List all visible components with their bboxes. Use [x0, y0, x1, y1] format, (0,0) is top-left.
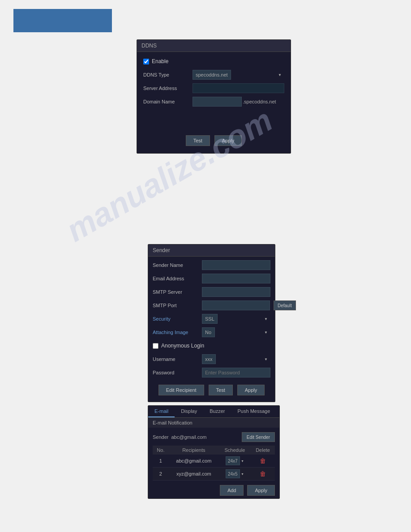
server-address-input[interactable]: [193, 83, 284, 93]
ddns-type-select[interactable]: specoddns.net: [193, 70, 231, 80]
table-header-row: No. Recipients Schedule Delete: [153, 446, 275, 455]
row1-delete-icon[interactable]: 🗑: [260, 457, 266, 464]
col-schedule: Schedule: [219, 446, 251, 455]
username-select-wrapper: xxx: [202, 354, 270, 364]
smtp-port-group: 465 Default: [202, 300, 296, 310]
recipients-table: No. Recipients Schedule Delete 1 abc@gma…: [153, 446, 275, 481]
ddns-type-label: DDNS Type: [143, 72, 193, 77]
password-row: Password: [153, 368, 270, 378]
attaching-image-row: Attaching Image No: [153, 327, 270, 337]
recipients-table-container: No. Recipients Schedule Delete 1 abc@gma…: [148, 446, 279, 481]
anonymous-login-label[interactable]: Anonymous Login: [161, 343, 204, 349]
smtp-default-button[interactable]: Default: [274, 300, 296, 310]
col-recipients: Recipients: [169, 446, 219, 455]
domain-prefix-input[interactable]: speco8D8EA8: [193, 97, 242, 107]
row2-schedule-select[interactable]: 24x5: [226, 469, 240, 478]
ddns-apply-button[interactable]: Apply: [214, 135, 242, 146]
col-delete: Delete: [251, 446, 275, 455]
tab-push-message[interactable]: Push Message: [231, 406, 277, 417]
row1-delete: 🗑: [251, 455, 275, 468]
sender-apply-button[interactable]: Apply: [237, 385, 265, 395]
add-button[interactable]: Add: [220, 485, 244, 496]
table-body: 1 abc@gmail.com 24x7 🗑 2: [153, 455, 275, 481]
header-bar: [13, 9, 112, 32]
security-label: Security: [153, 316, 202, 322]
anonymous-login-checkbox[interactable]: [153, 343, 158, 349]
email-apply-button[interactable]: Apply: [247, 485, 275, 496]
domain-suffix-text: .specoddns.net: [243, 99, 276, 104]
email-address-label: Email Address: [153, 276, 202, 281]
sender-label: Sender: [153, 434, 168, 440]
domain-name-label: Domain Name: [143, 99, 193, 104]
table-row: 1 abc@gmail.com 24x7 🗑: [153, 455, 275, 468]
col-no: No.: [153, 446, 169, 455]
sender-info-row: Sender abc@gmail.com Edit Sender: [148, 430, 279, 444]
username-select[interactable]: xxx: [202, 354, 216, 364]
ddns-type-row: DDNS Type specoddns.net: [143, 70, 284, 80]
domain-name-row: Domain Name speco8D8EA8 .specoddns.net: [143, 97, 284, 107]
email-notification-section-header: E-mail Notification: [148, 418, 279, 428]
row2-delete-icon[interactable]: 🗑: [260, 470, 266, 477]
enable-label[interactable]: Enable: [152, 58, 168, 64]
smtp-port-input[interactable]: 465: [202, 300, 270, 310]
attaching-image-label: Attaching Image: [153, 330, 202, 335]
security-row: Security SSL: [153, 314, 270, 324]
row2-schedule: 24x5: [219, 468, 251, 481]
enable-checkbox[interactable]: [143, 59, 149, 64]
sender-test-button[interactable]: Test: [209, 385, 233, 395]
security-select[interactable]: SSL: [202, 314, 218, 324]
email-btn-row: Add Apply: [148, 482, 279, 498]
sender-panel: Sender Sender Name xxx@163.com Email Add…: [148, 244, 275, 402]
sender-name-row: Sender Name xxx@163.com: [153, 260, 270, 270]
email-address-row: Email Address xxx: [153, 274, 270, 283]
row1-schedule-wrapper: 24x7: [226, 456, 244, 465]
row2-no: 2: [153, 468, 169, 481]
spacer: [143, 110, 284, 128]
edit-recipient-button[interactable]: Edit Recipient: [158, 385, 204, 395]
table-row: 2 xyz@gmail.com 24x5 🗑: [153, 468, 275, 481]
row1-schedule: 24x7: [219, 455, 251, 468]
attaching-image-select-wrapper: No: [202, 327, 270, 337]
tab-email[interactable]: E-mail: [148, 406, 175, 417]
username-label: Username: [153, 356, 202, 362]
password-input[interactable]: [202, 368, 270, 378]
ddns-panel: DDNS Enable DDNS Type specoddns.net Serv…: [137, 39, 291, 154]
row2-delete: 🗑: [251, 468, 275, 481]
ddns-type-select-wrapper: specoddns.net: [193, 70, 284, 80]
sender-title: Sender: [148, 245, 275, 257]
smtp-server-label: SMTP Server: [153, 289, 202, 295]
smtp-server-row: SMTP Server: [153, 287, 270, 297]
row2-email: xyz@gmail.com: [169, 468, 219, 481]
enable-row: Enable: [143, 56, 284, 66]
sender-btn-row: Edit Recipient Test Apply: [153, 382, 270, 398]
smtp-server-input[interactable]: [202, 287, 270, 297]
sender-value: abc@gmail.com: [171, 434, 241, 440]
sender-name-input[interactable]: xxx@163.com: [202, 260, 270, 270]
edit-sender-button[interactable]: Edit Sender: [242, 432, 275, 442]
row1-email: abc@gmail.com: [169, 455, 219, 468]
row1-no: 1: [153, 455, 169, 468]
smtp-port-row: SMTP Port 465 Default: [153, 300, 270, 310]
table-header: No. Recipients Schedule Delete: [153, 446, 275, 455]
username-row: Username xxx: [153, 354, 270, 364]
row2-schedule-wrapper: 24x5: [226, 469, 244, 478]
attaching-image-select[interactable]: No: [202, 327, 215, 337]
ddns-btn-row: Test Apply: [143, 133, 284, 149]
row1-schedule-select[interactable]: 24x7: [226, 456, 240, 465]
password-label: Password: [153, 370, 202, 375]
domain-name-input-group: speco8D8EA8 .specoddns.net: [193, 97, 276, 107]
tab-buzzer[interactable]: Buzzer: [203, 406, 231, 417]
server-address-label: Server Address: [143, 86, 193, 91]
anonymous-login-row: Anonymous Login: [153, 341, 270, 351]
email-notification-panel: E-mail Display Buzzer Push Message E-mai…: [148, 405, 280, 499]
ddns-test-button[interactable]: Test: [186, 135, 210, 146]
server-address-row: Server Address: [143, 83, 284, 93]
ddns-title: DDNS: [137, 40, 291, 52]
sender-name-label: Sender Name: [153, 262, 202, 268]
smtp-port-label: SMTP Port: [153, 303, 202, 308]
tab-bar: E-mail Display Buzzer Push Message: [148, 406, 279, 418]
security-select-wrapper: SSL: [202, 314, 270, 324]
tab-display[interactable]: Display: [175, 406, 203, 417]
email-address-input[interactable]: xxx: [202, 274, 270, 283]
